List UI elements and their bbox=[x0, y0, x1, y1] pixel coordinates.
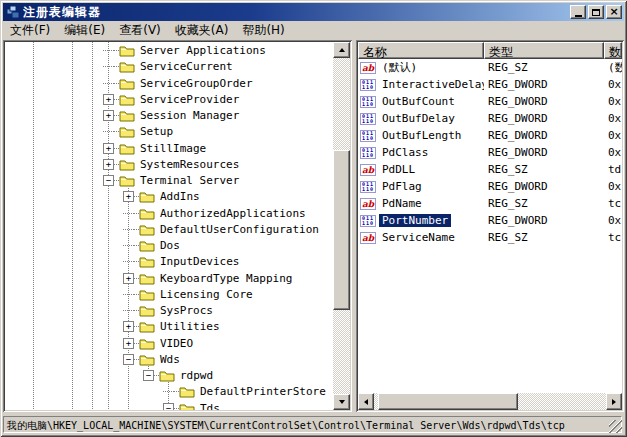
registry-value-row[interactable]: 011110PdClassREG_DWORD0x bbox=[358, 144, 622, 161]
tree-item[interactable]: Setup bbox=[5, 123, 175, 140]
registry-value-row[interactable]: 011110OutBufCountREG_DWORD0x bbox=[358, 93, 622, 110]
minimize-button[interactable] bbox=[570, 5, 586, 19]
tree-scroll-down-button[interactable] bbox=[333, 394, 350, 410]
tree-item[interactable]: +Session Manager bbox=[5, 107, 241, 124]
expand-plus-icon[interactable]: + bbox=[123, 191, 134, 202]
tree-item[interactable]: −Terminal Server bbox=[5, 172, 241, 189]
tree-item[interactable]: DefaultUserConfiguration bbox=[5, 221, 321, 238]
tree-item[interactable]: +SystemResources bbox=[5, 156, 241, 173]
registry-value-row[interactable]: 011110InteractiveDelayREG_DWORD0x bbox=[358, 76, 622, 93]
registry-value-row[interactable]: 011110PdFlagREG_DWORD0x bbox=[358, 178, 622, 195]
tree-item[interactable]: −Wds bbox=[5, 351, 182, 368]
registry-value-row[interactable]: 011110OutBufLengthREG_DWORD0x bbox=[358, 127, 622, 144]
value-name[interactable]: InteractiveDelay bbox=[379, 78, 484, 91]
tree-item-label[interactable]: StillImage bbox=[138, 142, 208, 155]
menu-item-0[interactable]: 文件(F) bbox=[3, 21, 57, 40]
maximize-button[interactable] bbox=[588, 5, 604, 19]
expand-plus-icon[interactable]: + bbox=[103, 143, 114, 154]
expand-plus-icon[interactable]: + bbox=[103, 94, 114, 105]
tree-item-label[interactable]: KeyboardType Mapping bbox=[158, 272, 294, 285]
menu-item-3[interactable]: 收藏夹(A) bbox=[168, 21, 236, 40]
value-name[interactable]: PdName bbox=[379, 197, 425, 210]
value-name[interactable]: OutBufCount bbox=[379, 95, 458, 108]
list-hscroll-thumb[interactable] bbox=[378, 393, 518, 410]
tree-item[interactable]: SysProcs bbox=[5, 302, 215, 319]
list-horizontal-scrollbar[interactable] bbox=[358, 393, 622, 410]
tree-item-label[interactable]: InputDevices bbox=[158, 255, 241, 268]
value-name[interactable]: ServiceName bbox=[379, 231, 458, 244]
tree-item-label[interactable]: DefaultUserConfiguration bbox=[158, 223, 321, 236]
registry-value-row[interactable]: abServiceNameREG_SZtc bbox=[358, 229, 622, 246]
collapse-minus-icon[interactable]: − bbox=[143, 370, 154, 381]
registry-value-row[interactable]: 011110OutBufDelayREG_DWORD0x bbox=[358, 110, 622, 127]
tree-item-label[interactable]: AddIns bbox=[158, 190, 202, 203]
value-name[interactable]: PdFlag bbox=[379, 180, 425, 193]
column-header-data[interactable]: 数据 bbox=[604, 42, 622, 59]
registry-value-row[interactable]: ab(默认)REG_SZ(数 bbox=[358, 59, 622, 76]
value-name[interactable]: OutBufDelay bbox=[379, 112, 458, 125]
tree-item-label[interactable]: Session Manager bbox=[138, 109, 241, 122]
tree-item-label[interactable]: ServiceGroupOrder bbox=[138, 77, 255, 90]
value-name[interactable]: OutBufLength bbox=[379, 129, 464, 142]
tree-item[interactable]: +KeyboardType Mapping bbox=[5, 270, 294, 287]
tree-item[interactable]: +Utilities bbox=[5, 318, 222, 335]
tree-item-label[interactable]: VIDEO bbox=[158, 337, 195, 350]
expand-plus-icon[interactable]: + bbox=[123, 338, 134, 349]
tree-item-label[interactable]: Terminal Server bbox=[138, 174, 241, 187]
tree-item[interactable]: +VIDEO bbox=[5, 335, 195, 352]
tree-item-label[interactable]: Wds bbox=[158, 353, 182, 366]
tree-item[interactable]: +ServiceProvider bbox=[5, 91, 241, 108]
tree-item[interactable]: +StillImage bbox=[5, 140, 208, 157]
tree-item-label[interactable]: Server Applications bbox=[138, 44, 268, 57]
tree-item-label[interactable]: DefaultPrinterStore bbox=[198, 385, 328, 398]
tree-vertical-scrollbar[interactable] bbox=[333, 42, 350, 410]
registry-value-row[interactable]: abPdDLLREG_SZtd bbox=[358, 161, 622, 178]
tree-item-label[interactable]: Dos bbox=[158, 239, 182, 252]
expand-plus-icon[interactable]: + bbox=[103, 110, 114, 121]
collapse-minus-icon[interactable]: − bbox=[163, 403, 174, 411]
menu-item-1[interactable]: 编辑(E) bbox=[57, 21, 112, 40]
value-name[interactable]: PortNumber bbox=[379, 214, 451, 227]
tree-item[interactable]: InputDevices bbox=[5, 253, 241, 270]
registry-value-row[interactable]: abPdNameREG_SZtc bbox=[358, 195, 622, 212]
tree-item[interactable]: Dos bbox=[5, 237, 182, 254]
menu-item-4[interactable]: 帮助(H) bbox=[235, 21, 291, 40]
tree-item-label[interactable]: Licensing Core bbox=[158, 288, 255, 301]
tree-item-label[interactable]: ServiceCurrent bbox=[138, 60, 235, 73]
tree-scroll-up-button[interactable] bbox=[333, 42, 350, 58]
collapse-minus-icon[interactable]: − bbox=[123, 354, 134, 365]
value-name[interactable]: PdDLL bbox=[379, 163, 418, 176]
tree-item-label[interactable]: Tds bbox=[198, 402, 222, 411]
tree-item-label[interactable]: Utilities bbox=[158, 320, 222, 333]
tree-item-label[interactable]: AuthorizedApplications bbox=[158, 207, 308, 220]
tree-item-label[interactable]: SystemResources bbox=[138, 158, 241, 171]
menu-item-2[interactable]: 查看(V) bbox=[112, 21, 168, 40]
tree-item[interactable]: Licensing Core bbox=[5, 286, 255, 303]
resize-grip[interactable] bbox=[609, 420, 622, 433]
close-button[interactable]: × bbox=[606, 5, 622, 19]
tree-item[interactable]: −Tds bbox=[5, 400, 222, 411]
tree-item[interactable]: Server Applications bbox=[5, 42, 268, 59]
expand-plus-icon[interactable]: + bbox=[123, 273, 134, 284]
value-name[interactable]: PdClass bbox=[379, 146, 431, 159]
tree-item-label[interactable]: ServiceProvider bbox=[138, 93, 241, 106]
tree-item[interactable]: DefaultPrinterStore bbox=[5, 383, 328, 400]
tree-item[interactable]: ServiceGroupOrder bbox=[5, 75, 255, 92]
expand-plus-icon[interactable]: + bbox=[103, 159, 114, 170]
value-name[interactable]: (默认) bbox=[379, 60, 420, 75]
tree-item[interactable]: +AddIns bbox=[5, 188, 202, 205]
tree-item-label[interactable]: Setup bbox=[138, 125, 175, 138]
tree-item[interactable]: ServiceCurrent bbox=[5, 58, 235, 75]
tree-item-label[interactable]: rdpwd bbox=[178, 369, 215, 382]
column-header-name[interactable]: 名称 bbox=[358, 42, 484, 59]
tree-item[interactable]: −rdpwd bbox=[5, 367, 215, 384]
list-scroll-left-button[interactable] bbox=[358, 393, 374, 410]
tree-vscroll-thumb[interactable] bbox=[333, 150, 350, 310]
expand-plus-icon[interactable]: + bbox=[123, 321, 134, 332]
registry-value-row[interactable]: 011110PortNumberREG_DWORD0x bbox=[358, 212, 622, 229]
column-header-type[interactable]: 类型 bbox=[484, 42, 604, 59]
tree-item-label[interactable]: SysProcs bbox=[158, 304, 215, 317]
list-scroll-right-button[interactable] bbox=[606, 393, 622, 410]
tree-item[interactable]: AuthorizedApplications bbox=[5, 205, 308, 222]
collapse-minus-icon[interactable]: − bbox=[103, 175, 114, 186]
